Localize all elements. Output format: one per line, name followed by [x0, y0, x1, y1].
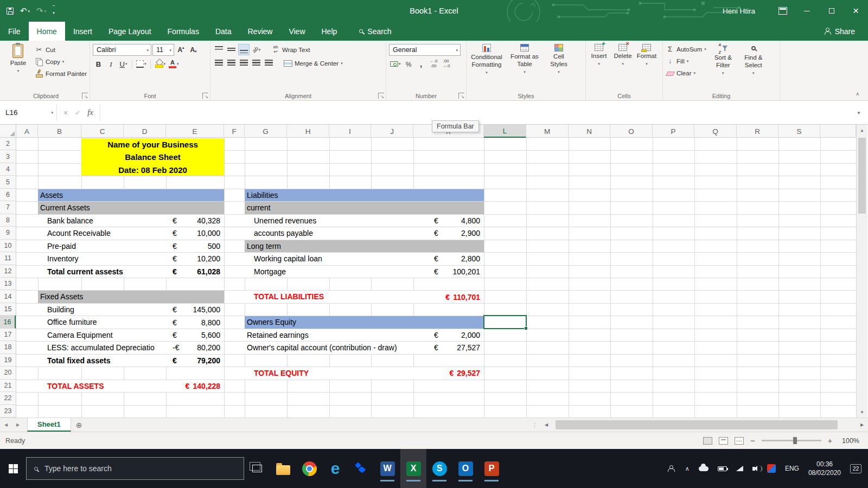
hscroll-left-icon[interactable] [541, 418, 551, 432]
increase-indent-button[interactable] [263, 57, 275, 69]
page-layout-view-icon[interactable] [719, 437, 728, 445]
expand-formula-bar-icon[interactable] [850, 101, 868, 124]
zoom-level[interactable]: 100% [839, 437, 859, 445]
cell-K9[interactable]: €2,900 [413, 227, 484, 239]
cell-E21[interactable]: €140,228 [166, 380, 224, 392]
cell-B21[interactable]: TOTAL ASSETS [38, 380, 166, 392]
number-format-select[interactable]: General [389, 44, 461, 56]
col-header-P[interactable]: P [653, 125, 694, 138]
align-center-button[interactable] [226, 57, 237, 69]
cell-G14[interactable]: TOTAL LIABILITIES [245, 291, 413, 303]
sheet-nav-prev-icon[interactable] [0, 418, 12, 432]
orientation-button[interactable] [251, 44, 262, 55]
vertical-scrollbar[interactable] [856, 125, 867, 418]
row-header-4[interactable]: 4 [0, 163, 16, 176]
find-select-dropdown-icon[interactable] [752, 71, 755, 75]
tab-formulas[interactable]: Formulas [159, 22, 207, 41]
col-header-I[interactable]: I [329, 125, 371, 138]
share-button[interactable]: Share [811, 22, 868, 41]
row-header-15[interactable]: 15 [0, 303, 16, 316]
merge-center-dropdown-icon[interactable] [341, 61, 343, 65]
col-header-Q[interactable]: Q [694, 125, 737, 138]
col-header-A[interactable]: A [16, 125, 38, 138]
tab-file[interactable]: File [0, 22, 29, 41]
user-name[interactable]: Heni Htira [723, 7, 755, 15]
save-button[interactable] [7, 8, 14, 15]
scroll-down-icon[interactable] [857, 407, 867, 418]
name-box[interactable]: L16 [0, 101, 56, 124]
conditional-formatting-button[interactable]: Conditional Formatting [468, 42, 506, 74]
horizontal-scrollbar[interactable] [552, 418, 856, 432]
cut-button[interactable]: Cut [33, 44, 88, 55]
conditional-formatting-dropdown-icon[interactable] [486, 70, 488, 74]
cell-C2[interactable]: Name of your BusinessBalance SheetDate: … [81, 138, 224, 176]
cell-K12[interactable]: €100,201 [413, 266, 484, 278]
row-header-2[interactable]: 2 [0, 138, 16, 150]
cell-E10[interactable]: €500 [166, 240, 224, 252]
delete-cells-dropdown-icon[interactable] [622, 62, 624, 66]
row-header-9[interactable]: 9 [0, 227, 16, 239]
increase-decimal-button[interactable] [428, 58, 439, 69]
cell-G16[interactable]: Owners Equity [245, 316, 484, 328]
cell-G9[interactable]: accounts payable [245, 227, 413, 239]
zoom-in-icon[interactable] [828, 436, 832, 445]
tab-view[interactable]: View [280, 22, 313, 41]
clear-dropdown-icon[interactable] [693, 71, 695, 75]
sheet-nav-next-icon[interactable] [12, 418, 24, 432]
row-header-19[interactable]: 19 [0, 354, 16, 367]
col-header-D[interactable]: D [124, 125, 166, 138]
taskbar-search[interactable]: Type here to search [26, 457, 244, 480]
customize-qat-button[interactable] [53, 5, 55, 16]
powerpoint-button[interactable] [478, 449, 505, 488]
clock[interactable]: 00:36 08/02/2020 [808, 460, 841, 477]
fill-button[interactable]: Fill [664, 55, 708, 67]
row-header-13[interactable]: 13 [0, 278, 16, 290]
row-header-7[interactable]: 7 [0, 201, 16, 214]
fill-color-dropdown-icon[interactable] [164, 62, 166, 66]
cell-B6[interactable]: Assets [38, 189, 224, 201]
decrease-indent-button[interactable] [251, 57, 262, 69]
dropbox-button[interactable] [348, 449, 374, 488]
zoom-out-icon[interactable] [750, 436, 755, 445]
font-name-select[interactable]: Calibri [93, 44, 151, 56]
col-header-G[interactable]: G [245, 125, 287, 138]
cell-G17[interactable]: Retained earnings [245, 329, 413, 341]
cell-B11[interactable]: Inventory [38, 253, 166, 265]
find-select-button[interactable]: Find & Select [738, 42, 769, 75]
action-center-badge[interactable]: 22 [850, 464, 861, 473]
borders-button[interactable] [135, 58, 148, 69]
tab-home[interactable]: Home [29, 22, 65, 41]
paste-button[interactable]: Paste [3, 42, 33, 73]
wrap-text-button[interactable]: Wrap Text [270, 44, 311, 55]
cell-styles-button[interactable]: Cell Styles [544, 42, 574, 74]
font-name-dropdown-icon[interactable] [146, 48, 149, 52]
row-header-5[interactable]: 5 [0, 176, 16, 188]
cell-E11[interactable]: €10,200 [166, 253, 224, 265]
maximize-button[interactable] [819, 0, 844, 22]
tray-chevron-icon[interactable] [685, 465, 690, 472]
redo-dropdown-icon[interactable] [44, 9, 47, 13]
cell-G6[interactable]: Liabilities [245, 189, 484, 201]
clipboard-dialog-launcher[interactable] [82, 93, 88, 99]
col-header-O[interactable]: O [610, 125, 653, 138]
cell-B7[interactable]: Current Assets [38, 202, 224, 214]
cell-G20[interactable]: TOTAL EQUITY [245, 367, 413, 379]
align-bottom-button[interactable] [238, 44, 250, 55]
word-button[interactable] [374, 449, 400, 488]
col-header-E[interactable]: E [166, 125, 224, 138]
cell-E8[interactable]: €40,328 [166, 215, 224, 227]
fill-color-button[interactable] [154, 58, 167, 69]
row-header-20[interactable]: 20 [0, 367, 16, 379]
close-button[interactable] [844, 0, 868, 22]
skype-button[interactable] [426, 449, 452, 488]
col-header-J[interactable]: J [371, 125, 413, 138]
alignment-dialog-launcher[interactable] [378, 93, 384, 99]
select-all-corner[interactable] [0, 125, 16, 138]
active-cell-outline[interactable] [483, 315, 527, 329]
onedrive-icon[interactable] [699, 466, 709, 471]
cell-E15[interactable]: €145,000 [166, 304, 224, 316]
col-header-B[interactable]: B [38, 125, 81, 138]
battery-icon[interactable] [718, 466, 727, 471]
copy-dropdown-icon[interactable] [62, 60, 65, 63]
cell-K20[interactable]: €29,527 [413, 367, 484, 379]
